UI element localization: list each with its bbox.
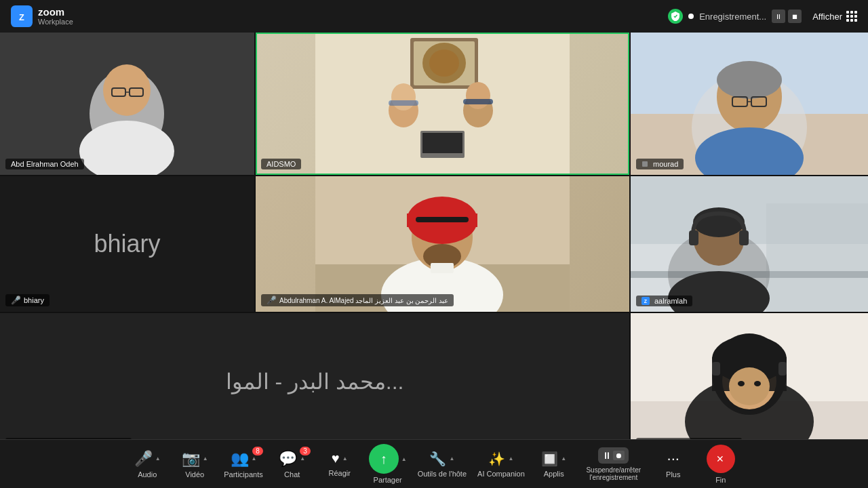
suspend-icon-group: ⏸ ⏺ [598,447,629,464]
label-bhiary: 🎤 bhiary [5,294,50,306]
svg-point-67 [738,381,745,386]
participant-video-mourad [631,33,868,175]
pause-icon: ⏸ [602,450,612,461]
label-mourad: mourad [636,159,684,169]
svg-point-68 [754,381,761,386]
record-icon: ⏺ [613,451,625,460]
chat-button[interactable]: 💬 ▲ 3 Chat [269,443,316,486]
participant-video-abdulrahman [256,176,629,312]
label-aidsmo: AIDSMO [261,159,301,169]
participants-chevron: ▲ [252,455,257,462]
plus-icon: ··· [667,450,679,468]
video-cell-bhiary: bhiary 🎤 bhiary [0,176,254,312]
pin-icon [642,161,648,167]
reagir-chevron: ▲ [342,455,348,462]
partager-button[interactable]: ↑ ▲ Partager [363,443,412,486]
suspendre-label: Suspendre/arrêter l'enregistrement [583,466,644,481]
abd-name: Abd Elrahman Odeh [11,160,79,168]
outils-hote-button[interactable]: 🔧 ▲ Outils de l'hôte [412,443,472,486]
audio-label: Audio [138,470,157,479]
plus-button[interactable]: ··· Plus [650,443,697,486]
end-button[interactable]: ✕ Fin [697,443,745,486]
video-cell-mourad: mourad [631,33,868,175]
afficher-button[interactable]: Afficher [812,11,857,22]
recording-controls[interactable]: ⏸ ⏹ [772,9,802,23]
pause-recording-btn[interactable]: ⏸ [772,9,785,23]
suspendre-button[interactable]: ⏸ ⏺ Suspendre/arrêter l'enregistrement [578,443,650,486]
chat-label: Chat [284,470,300,479]
label-abdulrahman: 🎤 Abdulrahman A. AlMajed عبد الرحمن بن ع… [261,294,454,306]
aidsmo-name: AIDSMO [267,160,296,168]
applis-button[interactable]: 🔲 ▲ Applis [530,443,578,486]
svg-rect-65 [778,362,787,375]
svg-rect-64 [712,362,720,375]
video-cell-abdulrahman: 🎤 Abdulrahman A. AlMajed عبد الرحمن بن ع… [256,176,629,312]
participant-video-aalramlah [631,176,868,312]
video-cell-aalmarzooqi: 🎤 aalmarzooqi@moiat.gov.ae [631,313,868,455]
audio-icon: 🎤 [134,450,153,468]
video-chevron: ▲ [203,455,208,462]
partager-icon: ↑ [380,451,387,467]
svg-rect-51 [689,230,698,245]
video-button[interactable]: 📷 ▲ Vidéo [171,443,218,486]
svg-point-14 [429,49,459,77]
ai-companion-button[interactable]: ✨ ▲ AI Companion [472,443,530,486]
video-cell-mohammed: ...محمد البدر - الموا 🎤 محمد البدر - الم… [0,313,629,455]
audio-chevron: ▲ [155,455,161,462]
end-label: Fin [715,476,726,484]
participants-button[interactable]: 👥 ▲ 8 Participants [218,443,268,486]
svg-rect-22 [422,133,462,153]
recording-dot [688,14,694,19]
svg-rect-17 [389,100,418,106]
participants-label: Participants [224,470,262,479]
svg-rect-41 [416,217,469,222]
outils-hote-icon: 🔧 [429,451,446,467]
svg-rect-20 [463,99,493,104]
aalramlah-name: aalramlah [654,297,687,305]
svg-point-19 [466,82,490,109]
abdulrahman-name: Abdulrahman A. AlMajed عبد الرحمن بن عبد… [279,297,448,304]
end-call-icon: ✕ [707,445,735,473]
plus-label: Plus [666,470,680,479]
chat-icon: 💬 [279,450,297,468]
svg-rect-46 [766,203,868,312]
bhiary-label: bhiary [24,296,44,304]
applis-chevron: ▲ [561,455,566,462]
mourad-name: mourad [653,160,678,168]
outils-hote-label: Outils de l'hôte [418,470,467,478]
video-grid: Abd Elrahman Odeh AIDSMO [0,33,868,454]
video-label: Vidéo [185,470,204,479]
video-icon: 📷 [182,450,200,468]
video-cell-aalramlah: Z aalramlah [631,176,868,312]
mic-muted-icon-bhiary: 🎤 [11,296,21,305]
label-aalramlah: Z aalramlah [636,296,692,306]
security-icon [668,9,683,24]
top-bar: Z zoom Workplace Enregistrement... ⏸ ⏹ A… [0,0,868,33]
audio-button[interactable]: 🎤 ▲ Audio [123,443,171,486]
reagir-label: Réagir [329,469,351,477]
applis-label: Applis [544,470,564,478]
ai-companion-label: AI Companion [477,470,525,478]
zoom-icon-aalramlah: Z [642,297,650,305]
svg-point-28 [717,61,782,99]
ai-companion-chevron: ▲ [508,455,513,462]
participants-icon: 👥 [231,450,249,468]
outils-hote-chevron: ▲ [449,455,454,462]
applis-icon: 🔲 [541,451,558,467]
label-abd: Abd Elrahman Odeh [5,159,84,169]
participant-video-aalmarzooqi [631,313,868,455]
svg-text:Z: Z [644,299,648,304]
svg-point-16 [391,83,416,110]
svg-rect-43 [431,263,454,273]
afficher-label: Afficher [812,12,842,22]
mohammed-arabic-display: ...محمد البدر - الموا [226,369,404,394]
participant-video-abd [0,33,254,175]
chat-badge: 3 [300,447,311,455]
svg-text:✕: ✕ [716,453,724,464]
partager-label: Partager [374,476,402,484]
toolbar: 🎤 ▲ Audio 📷 ▲ Vidéo 👥 ▲ 8 Participants 💬… [0,439,868,488]
svg-text:Z: Z [19,12,24,22]
reagir-button[interactable]: ♥ ▲ Réagir [316,443,363,486]
stop-recording-btn[interactable]: ⏹ [788,9,802,23]
app-name-zoom: zoom [38,7,73,18]
